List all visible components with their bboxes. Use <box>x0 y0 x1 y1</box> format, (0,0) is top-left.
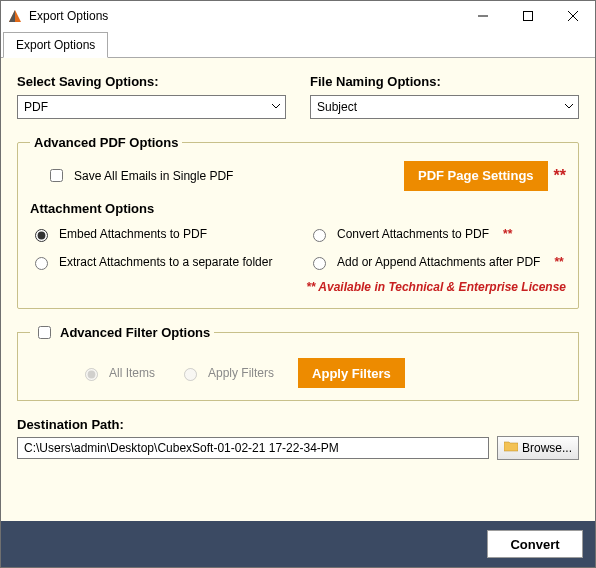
embed-attachments-radio[interactable] <box>35 229 48 242</box>
titlebar: Export Options <box>1 1 595 31</box>
saving-options-label: Select Saving Options: <box>17 74 286 89</box>
browse-button[interactable]: Browse... <box>497 436 579 460</box>
license-note: ** Available in Technical & Enterprise L… <box>30 280 566 294</box>
svg-marker-1 <box>9 10 15 22</box>
folder-icon <box>504 441 518 455</box>
chevron-down-icon <box>564 100 574 114</box>
window-title: Export Options <box>29 9 460 23</box>
apply-filters-radio-label: Apply Filters <box>208 366 274 380</box>
browse-label: Browse... <box>522 441 572 455</box>
save-single-pdf-label: Save All Emails in Single PDF <box>74 169 233 183</box>
destination-path-input[interactable] <box>17 437 489 459</box>
window-controls <box>460 1 595 31</box>
destination-path-label: Destination Path: <box>17 417 579 432</box>
svg-rect-3 <box>523 11 532 20</box>
advanced-filter-legend[interactable]: Advanced Filter Options <box>30 323 214 342</box>
convert-attachments-label: Convert Attachments to PDF <box>337 227 489 241</box>
save-single-pdf-option[interactable]: Save All Emails in Single PDF <box>46 166 233 185</box>
apply-filters-button[interactable]: Apply Filters <box>298 358 405 388</box>
stars-marker: ** <box>503 227 512 241</box>
all-items-label: All Items <box>109 366 155 380</box>
advanced-pdf-legend: Advanced PDF Options <box>30 135 182 150</box>
extract-attachments-radio[interactable] <box>35 257 48 270</box>
tabstrip: Export Options <box>1 31 595 58</box>
embed-attachments-option[interactable]: Embed Attachments to PDF <box>30 226 288 242</box>
convert-attachments-option[interactable]: Convert Attachments to PDF ** <box>308 226 566 242</box>
convert-attachments-radio[interactable] <box>313 229 326 242</box>
apply-filters-option: Apply Filters <box>179 365 274 381</box>
extract-attachments-label: Extract Attachments to a separate folder <box>59 255 272 269</box>
bottom-bar: Convert <box>1 521 595 567</box>
advanced-filter-label: Advanced Filter Options <box>60 325 210 340</box>
maximize-button[interactable] <box>505 1 550 30</box>
all-items-option: All Items <box>80 365 155 381</box>
embed-attachments-label: Embed Attachments to PDF <box>59 227 207 241</box>
append-attachments-option[interactable]: Add or Append Attachments after PDF ** <box>308 254 566 270</box>
convert-button[interactable]: Convert <box>487 530 583 558</box>
apply-filters-radio <box>184 368 197 381</box>
close-button[interactable] <box>550 1 595 30</box>
file-naming-value: Subject <box>317 100 357 114</box>
advanced-pdf-group: Advanced PDF Options Save All Emails in … <box>17 135 579 309</box>
advanced-filter-checkbox[interactable] <box>38 326 51 339</box>
append-attachments-label: Add or Append Attachments after PDF <box>337 255 540 269</box>
saving-options-value: PDF <box>24 100 48 114</box>
stars-marker: ** <box>554 255 563 269</box>
pdf-page-settings-button[interactable]: PDF Page Settings <box>404 161 548 191</box>
append-attachments-radio[interactable] <box>313 257 326 270</box>
content-area: Select Saving Options: PDF File Naming O… <box>1 58 595 521</box>
saving-options-select[interactable]: PDF <box>17 95 286 119</box>
extract-attachments-option[interactable]: Extract Attachments to a separate folder <box>30 254 288 270</box>
tab-export-options[interactable]: Export Options <box>3 32 108 58</box>
advanced-filter-group: Advanced Filter Options All Items Apply … <box>17 323 579 401</box>
minimize-button[interactable] <box>460 1 505 30</box>
file-naming-label: File Naming Options: <box>310 74 579 89</box>
app-icon <box>7 8 23 24</box>
attachment-options-legend: Attachment Options <box>30 201 566 216</box>
all-items-radio <box>85 368 98 381</box>
save-single-pdf-checkbox[interactable] <box>50 169 63 182</box>
chevron-down-icon <box>271 100 281 114</box>
file-naming-select[interactable]: Subject <box>310 95 579 119</box>
stars-marker: ** <box>554 167 566 185</box>
window: Export Options Export Options Select Sav… <box>0 0 596 568</box>
